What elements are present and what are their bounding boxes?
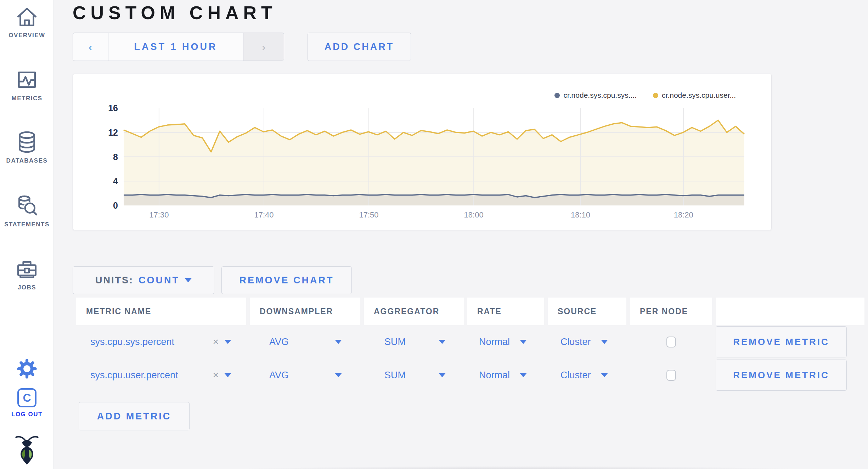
sidebar: OVERVIEW METRICS DATABASES ST — [0, 0, 54, 469]
aggregator-value: SUM — [384, 337, 406, 347]
svg-text:17:40: 17:40 — [254, 210, 274, 219]
metrics-icon — [0, 68, 54, 91]
aggregator-dropdown[interactable]: SUM — [364, 325, 464, 358]
downsampler-value: AVG — [269, 337, 289, 347]
aggregator-dropdown[interactable]: SUM — [364, 358, 464, 392]
sidebar-item-label: METRICS — [0, 95, 54, 102]
clear-metric-icon[interactable]: × — [213, 369, 219, 381]
col-header-aggregator: AGGREGATOR — [364, 298, 464, 325]
metric-name-dropdown[interactable]: sys.cpu.user.percent — [90, 370, 178, 381]
svg-text:4: 4 — [113, 176, 118, 186]
col-header-source: SOURCE — [548, 298, 626, 325]
add-chart-button[interactable]: ADD CHART — [308, 33, 411, 61]
svg-text:12: 12 — [108, 128, 118, 137]
svg-text:18:10: 18:10 — [571, 210, 590, 219]
logout-label: LOG OUT — [0, 411, 54, 418]
remove-chart-button[interactable]: REMOVE CHART — [221, 266, 352, 294]
cockroach-logo — [0, 435, 54, 465]
table-row: sys.cpu.sys.percent × AVG SUM Normal Clu… — [76, 325, 864, 358]
chevron-down-icon — [601, 373, 608, 377]
metrics-table-header: METRIC NAME DOWNSAMPLER AGGREGATOR RATE … — [76, 298, 864, 325]
source-value: Cluster — [560, 370, 591, 381]
col-header-downsampler: DOWNSAMPLER — [250, 298, 360, 325]
source-dropdown[interactable]: Cluster — [548, 325, 626, 358]
time-range-dropdown[interactable]: LAST 1 HOUR — [108, 33, 243, 61]
chevron-down-icon — [185, 278, 192, 282]
home-icon — [0, 5, 54, 28]
chevron-down-icon — [224, 340, 231, 344]
legend-label: cr.node.sys.cpu.sys.... — [563, 91, 637, 100]
legend-label: cr.node.sys.cpu.user... — [662, 91, 736, 100]
logout-button[interactable]: C LOG OUT — [0, 388, 54, 418]
units-label: UNITS: — [95, 275, 134, 286]
legend-dot-sys — [554, 93, 560, 98]
statements-icon — [0, 194, 54, 217]
svg-text:18:20: 18:20 — [674, 210, 693, 219]
col-header-actions — [716, 298, 864, 325]
downsampler-value: AVG — [269, 370, 289, 381]
time-next-button[interactable]: › — [243, 33, 284, 61]
chevron-down-icon — [520, 340, 527, 344]
main-content: CUSTOM CHART ‹ LAST 1 HOUR › ADD CHART 0… — [54, 0, 868, 469]
svg-text:16: 16 — [108, 103, 118, 113]
chevron-down-icon — [439, 340, 446, 344]
chevron-down-icon — [601, 340, 608, 344]
time-prev-button[interactable]: ‹ — [73, 33, 108, 61]
remove-metric-button[interactable]: REMOVE METRIC — [716, 360, 847, 391]
per-node-checkbox[interactable] — [666, 370, 676, 381]
chevron-right-icon: › — [261, 40, 265, 54]
col-header-per-node: PER NODE — [630, 298, 712, 325]
svg-text:18:00: 18:00 — [464, 210, 484, 219]
downsampler-dropdown[interactable]: AVG — [250, 358, 360, 392]
chart-legend: cr.node.sys.cpu.sys.... cr.node.sys.cpu.… — [554, 91, 736, 100]
chevron-down-icon — [439, 373, 446, 377]
sidebar-item-overview[interactable]: OVERVIEW — [0, 5, 54, 39]
remove-metric-button[interactable]: REMOVE METRIC — [716, 326, 847, 357]
svg-text:17:30: 17:30 — [149, 210, 169, 219]
chevron-down-icon — [335, 340, 342, 344]
source-dropdown[interactable]: Cluster — [548, 358, 626, 392]
settings-button[interactable] — [0, 358, 54, 379]
sidebar-item-label: STATEMENTS — [0, 221, 54, 228]
sidebar-item-label: DATABASES — [0, 157, 54, 164]
legend-dot-user — [653, 93, 658, 98]
per-node-checkbox[interactable] — [666, 337, 676, 347]
clear-metric-icon[interactable]: × — [213, 336, 219, 347]
legend-item-sys[interactable]: cr.node.sys.cpu.sys.... — [554, 91, 637, 100]
database-icon — [0, 130, 54, 154]
svg-text:8: 8 — [113, 152, 118, 162]
col-header-metric-name: METRIC NAME — [76, 298, 246, 325]
sidebar-item-jobs[interactable]: JOBS — [0, 257, 54, 291]
add-metric-button[interactable]: ADD METRIC — [79, 402, 190, 430]
jobs-icon — [0, 257, 54, 281]
scroll-shadow — [231, 466, 805, 469]
chevron-down-icon — [335, 373, 342, 377]
legend-item-user[interactable]: cr.node.sys.cpu.user... — [653, 91, 736, 100]
rate-value: Normal — [479, 337, 510, 347]
time-range-selector: ‹ LAST 1 HOUR › — [73, 33, 284, 61]
chart-card: 048121617:3017:4017:5018:0018:1018:20 cr… — [73, 74, 772, 230]
sidebar-item-label: JOBS — [0, 284, 54, 291]
gear-icon — [0, 358, 54, 379]
svg-text:17:50: 17:50 — [359, 210, 379, 219]
units-dropdown[interactable]: UNITS: COUNT — [73, 266, 214, 294]
table-row: sys.cpu.user.percent × AVG SUM Normal Cl… — [76, 358, 864, 392]
page-title: CUSTOM CHART — [73, 2, 277, 23]
chevron-left-icon: ‹ — [89, 40, 92, 54]
rate-dropdown[interactable]: Normal — [467, 358, 544, 392]
rate-value: Normal — [479, 370, 510, 381]
chevron-down-icon — [224, 373, 231, 377]
svg-text:0: 0 — [113, 200, 118, 210]
sidebar-item-metrics[interactable]: METRICS — [0, 68, 54, 102]
units-value: COUNT — [139, 275, 180, 286]
chevron-down-icon — [520, 373, 527, 377]
col-header-rate: RATE — [467, 298, 544, 325]
metric-name-dropdown[interactable]: sys.cpu.sys.percent — [90, 337, 174, 347]
downsampler-dropdown[interactable]: AVG — [250, 325, 360, 358]
sidebar-item-databases[interactable]: DATABASES — [0, 130, 54, 164]
cockroach-c-icon: C — [17, 388, 36, 407]
source-value: Cluster — [560, 337, 591, 347]
sidebar-item-statements[interactable]: STATEMENTS — [0, 194, 54, 228]
sidebar-item-label: OVERVIEW — [0, 32, 54, 39]
rate-dropdown[interactable]: Normal — [467, 325, 544, 358]
